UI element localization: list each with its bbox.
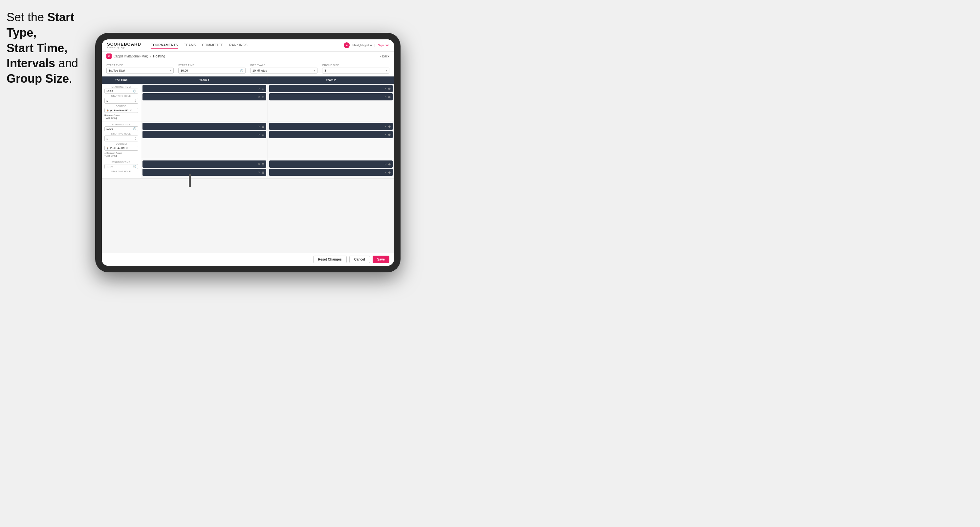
starting-time-input-3[interactable]: 10:20 🕐 bbox=[104, 164, 138, 169]
start-time-select[interactable]: 10:00 🕐 bbox=[178, 68, 246, 73]
slot-x-2-2[interactable]: ✕ bbox=[385, 95, 387, 98]
tee-panel-3: STARTING TIME: 10:20 🕐 STARTING HOLE: bbox=[102, 159, 141, 178]
tablet-side-button bbox=[189, 174, 191, 187]
slot-x-4-1[interactable]: ✕ bbox=[385, 125, 387, 128]
slot-x-6-2[interactable]: ✕ bbox=[385, 171, 387, 174]
instruction-bold2: Start Time,Intervals bbox=[6, 41, 67, 70]
course-remove-2[interactable]: ✕ bbox=[126, 147, 128, 150]
course-actions-1: Remove Group + Add Group bbox=[104, 114, 138, 119]
slot-plus-3-2[interactable]: ⊕ bbox=[262, 133, 264, 137]
intervals-value: 10 Minutes bbox=[253, 69, 267, 72]
start-time-group: Start Time 10:00 🕐 bbox=[178, 63, 246, 73]
start-type-select[interactable]: 1st Tee Start ▾ bbox=[107, 68, 174, 73]
course-actions-2: ○ Remove Group + Add Group bbox=[104, 152, 138, 157]
navbar: SCOREBOARD Powered by clipp TOURNAMENTS … bbox=[102, 40, 394, 51]
slot-plus-2-2[interactable]: ⊕ bbox=[388, 95, 391, 99]
slot-plus-5-2[interactable]: ⊕ bbox=[262, 171, 264, 174]
slot-plus-6-1[interactable]: ⊕ bbox=[388, 162, 391, 166]
group-size-value: 3 bbox=[325, 69, 326, 72]
course-remove-1[interactable]: ✕ bbox=[130, 109, 132, 112]
slot-x-1-1[interactable]: ✕ bbox=[258, 87, 260, 90]
slot-plus-2-1[interactable]: ⊕ bbox=[388, 87, 391, 90]
slot-x-2-1[interactable]: ✕ bbox=[385, 87, 387, 90]
group-row-3: STARTING TIME: 10:20 🕐 STARTING HOLE: ✕ … bbox=[102, 159, 394, 178]
slot-plus-4-1[interactable]: ⊕ bbox=[388, 125, 391, 128]
slot-plus-5-1[interactable]: ⊕ bbox=[262, 162, 264, 166]
sign-out-link[interactable]: Sign out bbox=[378, 44, 389, 47]
slot-x-1-2[interactable]: ✕ bbox=[258, 95, 260, 98]
slot-plus-1-2[interactable]: ⊕ bbox=[262, 95, 264, 99]
tablet-screen: SCOREBOARD Powered by clipp TOURNAMENTS … bbox=[102, 40, 394, 266]
remove-group-1[interactable]: Remove Group bbox=[104, 114, 138, 116]
clock-icon-1: 🕐 bbox=[133, 90, 136, 92]
intervals-select[interactable]: 10 Minutes ▾ bbox=[250, 68, 318, 73]
brand-letter: C bbox=[108, 55, 110, 58]
course-tag-2[interactable]: 🏌 East Lake GC ✕ bbox=[104, 146, 138, 151]
remove-group-2[interactable]: ○ Remove Group bbox=[104, 152, 138, 154]
player-slot-5-1[interactable]: ✕ ⊕ bbox=[143, 160, 266, 168]
start-type-label: Start Type bbox=[107, 63, 174, 67]
starting-hole-label-2: STARTING HOLE: bbox=[104, 133, 138, 135]
slot-x-4-2[interactable]: ✕ bbox=[385, 133, 387, 136]
player-slot-1-1[interactable]: ✕ ⊕ bbox=[143, 85, 266, 92]
slot-x-3-1[interactable]: ✕ bbox=[258, 125, 260, 128]
nav-committee[interactable]: COMMITTEE bbox=[202, 42, 223, 49]
player-slot-4-1[interactable]: ✕ ⊕ bbox=[269, 123, 393, 130]
starting-time-input-1[interactable]: 10:00 🕐 bbox=[104, 89, 138, 94]
player-slot-5-2[interactable]: ✕ ⊕ bbox=[143, 169, 266, 176]
starting-hole-val-1: 1 bbox=[107, 99, 108, 102]
starting-hole-input-1[interactable]: 1 ▲▼ bbox=[104, 98, 138, 104]
start-type-value: 1st Tee Start bbox=[109, 69, 125, 72]
instruction-text: Set the Start Type,Start Time,Intervals … bbox=[6, 10, 105, 87]
hole-arrows-1: ▲▼ bbox=[134, 99, 136, 103]
slot-plus-4-2[interactable]: ⊕ bbox=[388, 133, 391, 137]
player-slot-1-2[interactable]: ✕ ⊕ bbox=[143, 93, 266, 100]
course-name-1: (A) Peachtree GC bbox=[110, 109, 129, 111]
starting-hole-val-2: 1 bbox=[107, 137, 108, 140]
bottom-bar: Reset Changes Cancel Save bbox=[102, 253, 394, 266]
starting-time-input-2[interactable]: 10:10 🕐 bbox=[104, 126, 138, 131]
player-slot-6-1[interactable]: ✕ ⊕ bbox=[269, 160, 393, 168]
slot-x-5-2[interactable]: ✕ bbox=[258, 171, 260, 174]
course-label-2: COURSE: bbox=[104, 143, 138, 145]
start-type-group: Start Type 1st Tee Start ▾ bbox=[107, 63, 174, 73]
slot-plus-3-1[interactable]: ⊕ bbox=[262, 125, 264, 128]
hole-arrows-2: ▲▼ bbox=[134, 137, 136, 140]
player-slot-2-2[interactable]: ✕ ⊕ bbox=[269, 93, 393, 100]
player-slot-6-2[interactable]: ✕ ⊕ bbox=[269, 169, 393, 176]
breadcrumb-tournament[interactable]: Clippd Invitational (Mar) bbox=[114, 54, 148, 58]
add-group-1[interactable]: + Add Group bbox=[104, 117, 138, 119]
group-size-group: Group Size 3 ▾ bbox=[322, 63, 389, 73]
slot-x-6-1[interactable]: ✕ bbox=[385, 163, 387, 166]
th-tee-time: Tee Time bbox=[102, 76, 141, 84]
course-tag-1[interactable]: 🏌 (A) Peachtree GC ✕ bbox=[104, 108, 138, 113]
player-slot-3-2[interactable]: ✕ ⊕ bbox=[143, 131, 266, 138]
starting-hole-input-2[interactable]: 1 ▲▼ bbox=[104, 135, 138, 141]
cancel-button[interactable]: Cancel bbox=[349, 256, 370, 263]
remove-icon-2: ○ bbox=[104, 152, 106, 154]
player-slot-4-2[interactable]: ✕ ⊕ bbox=[269, 131, 393, 138]
slot-x-5-1[interactable]: ✕ bbox=[258, 163, 260, 166]
save-button[interactable]: Save bbox=[372, 256, 389, 263]
main-content[interactable]: STARTING TIME: 10:00 🕐 STARTING HOLE: 1 … bbox=[102, 84, 394, 253]
reset-button[interactable]: Reset Changes bbox=[313, 256, 347, 263]
player-slot-3-1[interactable]: ✕ ⊕ bbox=[143, 123, 266, 130]
tablet-device: SCOREBOARD Powered by clipp TOURNAMENTS … bbox=[95, 33, 401, 272]
add-group-2[interactable]: + Add Group bbox=[104, 154, 138, 157]
slot-plus-1-1[interactable]: ⊕ bbox=[262, 87, 264, 90]
group-size-label: Group Size bbox=[322, 63, 389, 67]
breadcrumb-back[interactable]: ‹ Back bbox=[380, 54, 389, 58]
course-icon-1: 🏌 bbox=[107, 109, 109, 112]
player-slot-2-1[interactable]: ✕ ⊕ bbox=[269, 85, 393, 92]
slot-x-3-2[interactable]: ✕ bbox=[258, 133, 260, 136]
tee-panel-2: STARTING TIME: 10:10 🕐 STARTING HOLE: 1 … bbox=[102, 121, 141, 159]
nav-rankings[interactable]: RANKINGS bbox=[229, 42, 248, 49]
clock-icon-3: 🕐 bbox=[133, 165, 136, 168]
tee-panel-1: STARTING TIME: 10:00 🕐 STARTING HOLE: 1 … bbox=[102, 84, 141, 121]
nav-tournaments[interactable]: TOURNAMENTS bbox=[151, 42, 178, 49]
nav-teams[interactable]: TEAMS bbox=[184, 42, 196, 49]
group-size-select[interactable]: 3 ▾ bbox=[322, 68, 389, 73]
slot-plus-6-2[interactable]: ⊕ bbox=[388, 171, 391, 174]
starting-time-val-3: 10:20 bbox=[107, 165, 113, 168]
th-team1: Team 1 bbox=[141, 76, 268, 84]
